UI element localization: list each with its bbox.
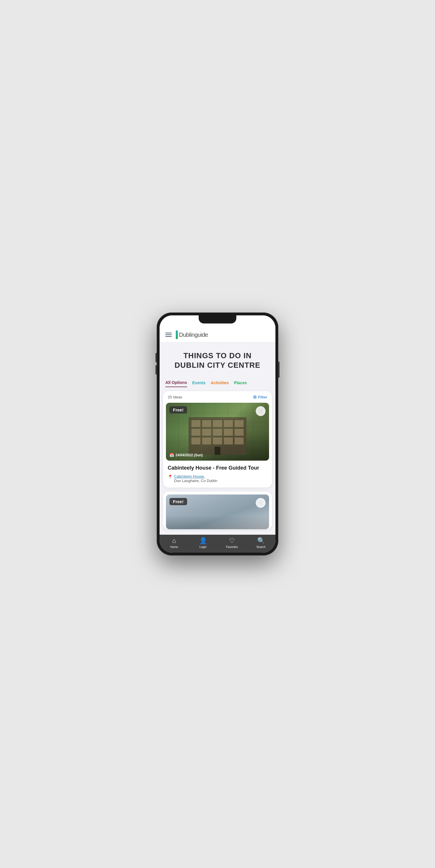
hamburger-line bbox=[165, 333, 172, 333]
nav-home[interactable]: ⌂ Home bbox=[165, 537, 183, 549]
logo-bar-icon bbox=[176, 331, 178, 339]
window bbox=[192, 437, 200, 444]
category-tabs: All Options Events Activities Places bbox=[160, 376, 276, 387]
nav-home-label: Home bbox=[170, 546, 178, 549]
card-title-1: Cabinteely House - Free Guided Tour bbox=[168, 465, 267, 471]
card-2-image-area: Free! ♡ bbox=[166, 494, 269, 529]
window bbox=[224, 420, 233, 427]
page-title: THINGS TO DO IN DUBLIN CITY CENTRE bbox=[165, 351, 270, 370]
volume-up-button bbox=[155, 353, 157, 362]
window bbox=[213, 429, 222, 436]
nav-login-label: Login bbox=[200, 546, 206, 549]
ideas-count: 25 Ideas bbox=[168, 395, 182, 399]
card-text-content: Cabinteely House - Free Guided Tour 📍 Ca… bbox=[163, 461, 272, 488]
phone-frame: Dublinguide THINGS TO DO IN DUBLIN CITY … bbox=[157, 312, 278, 556]
nav-favorites-label: Favorites bbox=[226, 546, 238, 549]
card-header: 25 Ideas ⊞ Filter bbox=[163, 391, 272, 403]
tab-activities[interactable]: Activities bbox=[211, 380, 229, 387]
window bbox=[192, 429, 200, 436]
card-location-1: 📍 Cabinteely House, Dun Laoghaire, Co Du… bbox=[168, 474, 267, 483]
building-graphic bbox=[188, 417, 246, 455]
window bbox=[202, 420, 211, 427]
main-content: THINGS TO DO IN DUBLIN CITY CENTRE All O… bbox=[160, 342, 276, 535]
bottom-navigation: ⌂ Home 👤 Login ♡ Favorites 🔍 Search bbox=[160, 535, 276, 553]
card-1: 25 Ideas ⊞ Filter bbox=[163, 391, 272, 488]
location-details: Cabinteely House, Dun Laoghaire, Co Dubl… bbox=[174, 474, 218, 483]
nav-favorites[interactable]: ♡ Favorites bbox=[223, 537, 241, 549]
free-badge: Free! bbox=[169, 406, 187, 413]
window bbox=[235, 420, 243, 427]
location-sub: Dun Laoghaire, Co Dublin bbox=[174, 478, 218, 483]
nav-login[interactable]: 👤 Login bbox=[194, 537, 212, 549]
location-name[interactable]: Cabinteely House, bbox=[174, 474, 205, 478]
free-badge-2: Free! bbox=[169, 498, 187, 505]
hero-section: THINGS TO DO IN DUBLIN CITY CENTRE bbox=[160, 342, 276, 376]
notch bbox=[199, 315, 236, 323]
building-facade bbox=[188, 417, 246, 455]
window bbox=[202, 437, 211, 444]
door-graphic bbox=[214, 447, 221, 455]
window bbox=[235, 437, 243, 444]
card-2: Free! ♡ bbox=[163, 492, 272, 529]
power-button bbox=[278, 362, 280, 378]
logo: Dublinguide bbox=[176, 331, 208, 339]
windows-grid bbox=[188, 417, 246, 447]
tab-all-options[interactable]: All Options bbox=[165, 380, 187, 387]
window bbox=[213, 420, 222, 427]
window bbox=[235, 429, 243, 436]
card-image-area: Free! ♡ 📅 24/04/2022 (Sun) bbox=[166, 403, 269, 461]
volume-down-button bbox=[155, 365, 157, 374]
login-icon: 👤 bbox=[199, 537, 207, 545]
window bbox=[213, 437, 222, 444]
home-icon: ⌂ bbox=[172, 537, 176, 545]
window bbox=[192, 420, 200, 427]
location-pin-icon: 📍 bbox=[168, 474, 173, 479]
menu-button[interactable] bbox=[165, 333, 172, 337]
tab-events[interactable]: Events bbox=[192, 380, 206, 387]
nav-search-label: Search bbox=[256, 546, 266, 549]
event-date: 📅 24/04/2022 (Sun) bbox=[169, 453, 203, 457]
window bbox=[224, 437, 233, 444]
hamburger-line bbox=[165, 336, 172, 337]
app-header: Dublinguide bbox=[160, 328, 276, 342]
filter-icon: ⊞ bbox=[253, 395, 257, 399]
search-icon: 🔍 bbox=[257, 537, 265, 545]
calendar-icon: 📅 bbox=[169, 453, 174, 457]
tab-places[interactable]: Places bbox=[234, 380, 247, 387]
favorite-button-1[interactable]: ♡ bbox=[256, 406, 266, 416]
nav-search[interactable]: 🔍 Search bbox=[252, 537, 270, 549]
filter-button[interactable]: ⊞ Filter bbox=[253, 395, 267, 399]
window bbox=[224, 429, 233, 436]
logo-text: Dublinguide bbox=[179, 332, 208, 338]
favorites-icon: ♡ bbox=[229, 537, 235, 545]
hamburger-line bbox=[165, 335, 172, 335]
phone-screen: Dublinguide THINGS TO DO IN DUBLIN CITY … bbox=[160, 315, 276, 553]
window bbox=[202, 429, 211, 436]
